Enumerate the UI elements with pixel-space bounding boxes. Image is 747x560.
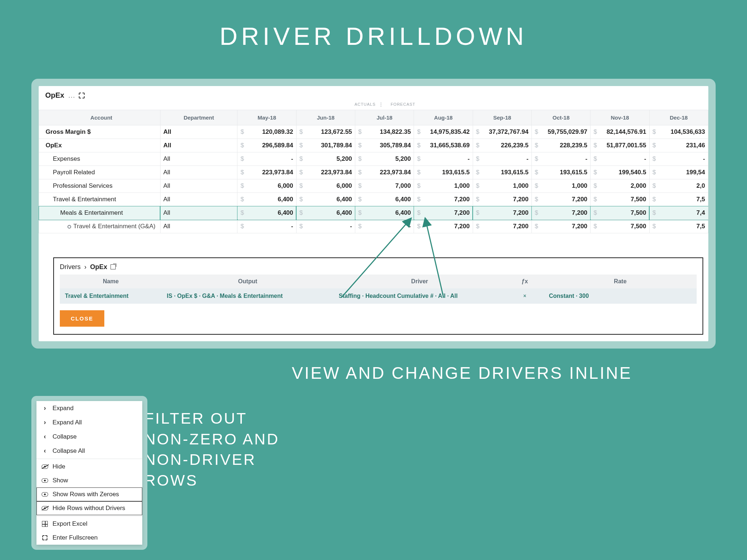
value-cell[interactable]: $7,500 (591, 193, 649, 206)
value-cell[interactable]: $7,500 (591, 206, 649, 220)
value-cell[interactable]: $134,822.35 (355, 125, 414, 139)
value-cell[interactable]: $82,144,576.91 (591, 125, 649, 139)
table-row[interactable]: Travel & Entertainment (G&A)All$-$-$-$7,… (39, 220, 708, 233)
value-cell[interactable]: $7,200 (414, 206, 473, 220)
value-cell[interactable]: $6,000 (237, 179, 296, 193)
value-cell[interactable]: $6,400 (296, 206, 355, 220)
value-cell[interactable]: $- (649, 152, 708, 166)
menu-show[interactable]: Show (36, 474, 142, 487)
menu-show-rows-zeroes[interactable]: Show Rows with Zeroes (36, 487, 142, 501)
menu-export-excel[interactable]: Export Excel (36, 517, 142, 531)
value-cell[interactable]: $7,4 (649, 206, 708, 220)
value-cell[interactable]: $193,615.5 (473, 166, 531, 179)
value-cell[interactable]: $228,239.5 (532, 139, 591, 152)
value-cell[interactable]: $31,665,538.69 (414, 139, 473, 152)
value-cell[interactable]: $7,200 (532, 193, 591, 206)
value-cell[interactable]: $7,200 (473, 220, 531, 233)
value-cell[interactable]: $120,089.32 (237, 125, 296, 139)
value-cell[interactable]: $6,400 (237, 193, 296, 206)
value-cell[interactable]: $305,789.84 (355, 139, 414, 152)
col-month[interactable]: Jul-18 (355, 110, 414, 125)
value-cell[interactable]: $193,615.5 (414, 166, 473, 179)
value-cell[interactable]: $5,200 (296, 152, 355, 166)
department-cell[interactable]: All (160, 125, 237, 139)
value-cell[interactable]: $2,000 (591, 179, 649, 193)
value-cell[interactable]: $51,877,001.55 (591, 139, 649, 152)
account-cell[interactable]: OpEx (39, 139, 160, 152)
value-cell[interactable]: $6,400 (355, 206, 414, 220)
account-cell[interactable]: Expenses (39, 152, 160, 166)
drv-name[interactable]: Travel & Entertainment (60, 288, 162, 304)
value-cell[interactable]: $- (355, 220, 414, 233)
value-cell[interactable]: $6,000 (296, 179, 355, 193)
col-month[interactable]: Jun-18 (296, 110, 355, 125)
value-cell[interactable]: $6,400 (237, 206, 296, 220)
drv-output[interactable]: IS · OpEx $ · G&A · Meals & Entertainmen… (162, 288, 333, 304)
value-cell[interactable]: $123,672.55 (296, 125, 355, 139)
drv-rate[interactable]: Constant · 300 (544, 288, 697, 304)
menu-enter-fullscreen[interactable]: Enter Fullscreen (36, 531, 142, 545)
account-cell[interactable]: Gross Margin $ (39, 125, 160, 139)
value-cell[interactable]: $- (237, 220, 296, 233)
table-row[interactable]: OpExAll$296,589.84$301,789.84$305,789.84… (39, 139, 708, 152)
value-cell[interactable]: $223,973.84 (355, 166, 414, 179)
value-cell[interactable]: $231,46 (649, 139, 708, 152)
drivers-row[interactable]: Travel & Entertainment IS · OpEx $ · G&A… (60, 288, 697, 304)
col-department[interactable]: Department (160, 110, 237, 125)
value-cell[interactable]: $- (591, 152, 649, 166)
department-cell[interactable]: All (160, 152, 237, 166)
value-cell[interactable]: $296,589.84 (237, 139, 296, 152)
fullscreen-icon[interactable] (79, 93, 85, 98)
value-cell[interactable]: $5,200 (355, 152, 414, 166)
value-cell[interactable]: $226,239.5 (473, 139, 531, 152)
value-cell[interactable]: $59,755,029.97 (532, 125, 591, 139)
drv-driver[interactable]: Staffing · Headcount Cumulative # · All … (334, 288, 506, 304)
table-row[interactable]: Professional ServicesAll$6,000$6,000$7,0… (39, 179, 708, 193)
value-cell[interactable]: $199,540.5 (591, 166, 649, 179)
col-month[interactable]: Nov-18 (591, 110, 649, 125)
value-cell[interactable]: $6,400 (296, 193, 355, 206)
menu-collapse[interactable]: ‹Collapse (36, 429, 142, 444)
menu-expand-all[interactable]: ›Expand All (36, 415, 142, 429)
value-cell[interactable]: $- (296, 220, 355, 233)
value-cell[interactable]: $7,000 (355, 179, 414, 193)
col-month[interactable]: May-18 (237, 110, 296, 125)
breadcrumb-current[interactable]: OpEx (90, 263, 107, 271)
account-cell[interactable]: Payroll Related (39, 166, 160, 179)
value-cell[interactable]: $7,200 (473, 193, 531, 206)
value-cell[interactable]: $7,200 (414, 220, 473, 233)
department-cell[interactable]: All (160, 193, 237, 206)
department-cell[interactable]: All (160, 206, 237, 220)
col-month[interactable]: Sep-18 (473, 110, 531, 125)
value-cell[interactable]: $1,000 (532, 179, 591, 193)
col-month[interactable]: Dec-18 (649, 110, 708, 125)
table-row[interactable]: Payroll RelatedAll$223,973.84$223,973.84… (39, 166, 708, 179)
account-cell[interactable]: Professional Services (39, 179, 160, 193)
account-cell[interactable]: Meals & Entertainment (39, 206, 160, 220)
value-cell[interactable]: $7,500 (591, 220, 649, 233)
table-row[interactable]: Gross Margin $All$120,089.32$123,672.55$… (39, 125, 708, 139)
value-cell[interactable]: $7,5 (649, 193, 708, 206)
account-cell[interactable]: Travel & Entertainment (G&A) (39, 220, 160, 233)
value-cell[interactable]: $7,200 (532, 206, 591, 220)
value-cell[interactable]: $37,372,767.94 (473, 125, 531, 139)
department-cell[interactable]: All (160, 139, 237, 152)
value-cell[interactable]: $- (473, 152, 531, 166)
value-cell[interactable]: $6,400 (355, 193, 414, 206)
value-cell[interactable]: $199,54 (649, 166, 708, 179)
table-row[interactable]: Travel & EntertainmentAll$6,400$6,400$6,… (39, 193, 708, 206)
value-cell[interactable]: $- (532, 152, 591, 166)
value-cell[interactable]: $223,973.84 (237, 166, 296, 179)
value-cell[interactable]: $7,200 (532, 220, 591, 233)
breadcrumb-root[interactable]: Drivers (60, 263, 81, 271)
menu-hide-rows-no-drivers[interactable]: Hide Rows without Drivers (36, 501, 142, 515)
value-cell[interactable]: $301,789.84 (296, 139, 355, 152)
department-cell[interactable]: All (160, 179, 237, 193)
department-cell[interactable]: All (160, 220, 237, 233)
value-cell[interactable]: $- (414, 152, 473, 166)
menu-hide[interactable]: Hide (36, 460, 142, 474)
value-cell[interactable]: $7,200 (473, 206, 531, 220)
value-cell[interactable]: $14,975,835.42 (414, 125, 473, 139)
value-cell[interactable]: $2,0 (649, 179, 708, 193)
menu-expand[interactable]: ›Expand (36, 401, 142, 415)
